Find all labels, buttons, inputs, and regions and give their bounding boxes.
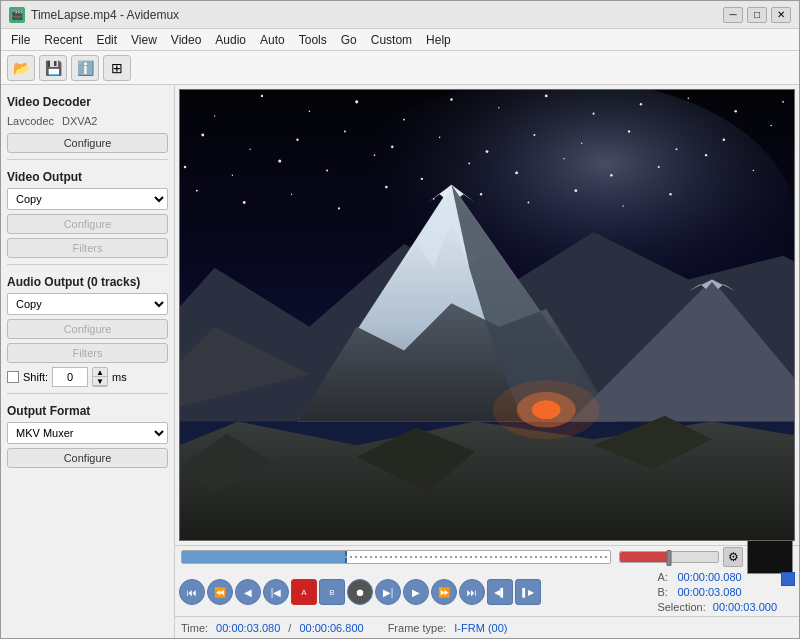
video-preview-container[interactable] — [179, 89, 795, 541]
video-decoder-configure-button[interactable]: Configure — [7, 133, 168, 153]
svg-point-46 — [753, 170, 755, 172]
toolbar: 📂 💾 ℹ️ ⊞ — [1, 51, 799, 85]
maximize-button[interactable]: □ — [747, 7, 767, 23]
shift-checkbox[interactable] — [7, 371, 19, 383]
mark-out-button[interactable]: ▌▶ — [515, 579, 541, 605]
window-title: TimeLapse.mp4 - Avidemux — [31, 8, 179, 22]
bottom-area: ⚙ ⏮ ⏪ ◀ |◀ A B — [175, 545, 799, 638]
video-output-select-row: Copy — [7, 188, 168, 210]
title-bar-left: 🎬 TimeLapse.mp4 - Avidemux — [9, 7, 179, 23]
timeline-row: ⚙ — [175, 546, 799, 568]
video-output-title: Video Output — [7, 170, 168, 184]
menu-view[interactable]: View — [125, 31, 163, 49]
svg-point-25 — [486, 150, 489, 153]
shift-row: Shift: ▲ ▼ ms — [7, 367, 168, 387]
svg-point-57 — [528, 202, 530, 204]
volume-slider[interactable] — [619, 551, 719, 563]
svg-point-19 — [201, 134, 204, 137]
menu-auto[interactable]: Auto — [254, 31, 291, 49]
blue-indicator — [781, 572, 795, 586]
menu-edit[interactable]: Edit — [90, 31, 123, 49]
a-time-row: A: 00:00:00.080 — [657, 570, 777, 584]
record-button[interactable]: ⏺ — [347, 579, 373, 605]
selection-row: Selection: 00:00:03.000 — [657, 600, 777, 614]
svg-point-23 — [391, 146, 394, 149]
prev-keyframe-button[interactable]: |◀ — [263, 579, 289, 605]
svg-point-20 — [249, 149, 250, 150]
menu-video[interactable]: Video — [165, 31, 207, 49]
svg-point-56 — [480, 193, 482, 195]
time-separator: / — [288, 622, 291, 634]
set-a-button[interactable]: A — [291, 579, 317, 605]
set-b-button[interactable]: B — [319, 579, 345, 605]
svg-point-51 — [243, 201, 246, 204]
toolbar-save-button[interactable]: 💾 — [39, 55, 67, 81]
menu-go[interactable]: Go — [335, 31, 363, 49]
svg-point-39 — [421, 178, 423, 180]
volume-fill — [620, 552, 669, 562]
main-area: Video Decoder Lavcodec DXVA2 Configure V… — [1, 85, 799, 638]
close-button[interactable]: ✕ — [771, 7, 791, 23]
timeline-progress — [182, 551, 345, 563]
video-frame — [180, 90, 794, 540]
playback-controls: ⏮ ⏪ ◀ |◀ A B ⏺ ▶| ▶ ⏩ ⏭ — [179, 579, 541, 605]
video-output-filters-button[interactable]: Filters — [7, 238, 168, 258]
fast-forward-button[interactable]: ⏩ — [431, 579, 457, 605]
menu-recent[interactable]: Recent — [38, 31, 88, 49]
menu-audio[interactable]: Audio — [209, 31, 252, 49]
time-label: Time: — [181, 622, 208, 634]
toolbar-grid-button[interactable]: ⊞ — [103, 55, 131, 81]
svg-point-11 — [545, 95, 548, 98]
svg-point-37 — [326, 169, 328, 171]
output-format-select[interactable]: MKV Muxer — [7, 422, 168, 444]
audio-output-configure-button[interactable]: Configure — [7, 319, 168, 339]
forward-to-end-button[interactable]: ⏭ — [459, 579, 485, 605]
svg-point-55 — [433, 198, 435, 200]
codec-value: DXVA2 — [62, 115, 97, 127]
svg-point-7 — [355, 100, 358, 103]
svg-point-28 — [628, 130, 630, 132]
menu-custom[interactable]: Custom — [365, 31, 418, 49]
shift-down-button[interactable]: ▼ — [93, 377, 107, 386]
video-svg — [180, 90, 794, 540]
codec-label: Lavcodec — [7, 115, 54, 127]
minimize-button[interactable]: ─ — [723, 7, 743, 23]
timeline-dots — [345, 556, 610, 558]
next-frame-button[interactable]: ▶ — [403, 579, 429, 605]
video-output-select[interactable]: Copy — [7, 188, 168, 210]
svg-point-53 — [338, 207, 340, 209]
menu-bar: File Recent Edit View Video Audio Auto T… — [1, 29, 799, 51]
svg-point-35 — [232, 175, 233, 176]
audio-output-filters-button[interactable]: Filters — [7, 343, 168, 363]
rewind-fast-button[interactable]: ⏪ — [207, 579, 233, 605]
menu-file[interactable]: File — [5, 31, 36, 49]
ab-times: A: 00:00:00.080 B: 00:00:03.080 Selectio… — [657, 570, 777, 614]
audio-output-select[interactable]: Copy — [7, 293, 168, 315]
timeline-track[interactable] — [181, 550, 611, 564]
settings-icon-button[interactable]: ⚙ — [723, 547, 743, 567]
toolbar-info-button[interactable]: ℹ️ — [71, 55, 99, 81]
output-format-configure-button[interactable]: Configure — [7, 448, 168, 468]
thumbnail-preview — [747, 540, 793, 574]
svg-point-16 — [782, 101, 784, 103]
svg-point-5 — [261, 95, 263, 97]
rewind-to-start-button[interactable]: ⏮ — [179, 579, 205, 605]
frame-type-label: Frame type: — [388, 622, 447, 634]
toolbar-open-button[interactable]: 📂 — [7, 55, 35, 81]
mark-in-button[interactable]: ◀▌ — [487, 579, 513, 605]
svg-point-15 — [734, 110, 737, 113]
svg-point-29 — [676, 148, 678, 150]
svg-point-24 — [439, 137, 441, 139]
right-controls-top: ⚙ — [619, 547, 743, 567]
menu-help[interactable]: Help — [420, 31, 457, 49]
menu-tools[interactable]: Tools — [293, 31, 333, 49]
prev-frame-button[interactable]: ◀ — [235, 579, 261, 605]
video-output-configure-button[interactable]: Configure — [7, 214, 168, 234]
svg-point-4 — [214, 115, 215, 116]
shift-spinner: ▲ ▼ — [92, 367, 108, 387]
selection-time: 00:00:03.000 — [713, 601, 777, 613]
next-keyframe-button[interactable]: ▶| — [375, 579, 401, 605]
shift-input[interactable] — [52, 367, 88, 387]
output-format-title: Output Format — [7, 404, 168, 418]
volume-handle[interactable] — [667, 550, 672, 566]
